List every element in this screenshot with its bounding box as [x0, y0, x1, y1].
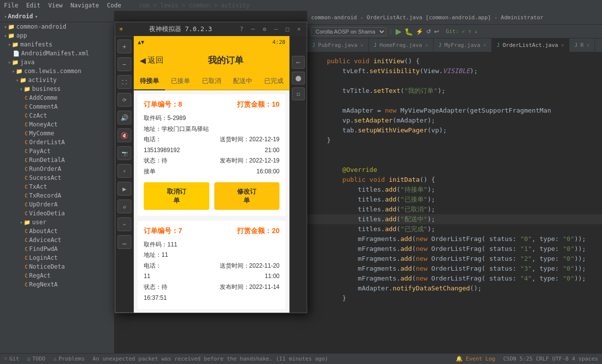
- menu-file[interactable]: File: [4, 2, 18, 9]
- device-selector[interactable]: Corolla AOSP on Shama: [311, 27, 386, 36]
- event-log[interactable]: 🔔 Event Log: [456, 356, 495, 362]
- cut-btn[interactable]: ✂: [118, 217, 131, 231]
- tree-item-manifests[interactable]: ▾📁manifests: [0, 40, 114, 49]
- back-hw-btn[interactable]: ⟵: [292, 56, 305, 69]
- build-btn[interactable]: ⚡: [416, 28, 423, 35]
- code-line-22: mFragments.add(new OrderListFrag( status…: [307, 264, 602, 274]
- tree-item-runordera[interactable]: CRunOrderA: [0, 164, 114, 173]
- tree-item-activity[interactable]: ▾📁activity: [0, 76, 114, 84]
- tree-item-regnexta[interactable]: CRegNextA: [0, 280, 114, 289]
- back-button[interactable]: ◀ 返回: [140, 55, 163, 66]
- recent-hw-btn[interactable]: ◻: [292, 87, 305, 100]
- tree-item-czact[interactable]: CCzAct: [0, 111, 114, 120]
- tree-item-aboutact[interactable]: CAboutAct: [0, 227, 114, 236]
- code-line-11: [307, 155, 602, 165]
- more-btn[interactable]: …: [118, 235, 131, 249]
- git-status[interactable]: ⑂ Git: [4, 356, 19, 362]
- dropdown-icon[interactable]: ▾: [35, 14, 38, 19]
- tab-r[interactable]: J R ×: [569, 39, 595, 52]
- order-2-header: 订单编号：7 打赏金额：20: [144, 227, 280, 236]
- zoom-out-btn[interactable]: −: [118, 57, 131, 71]
- camera-btn[interactable]: 📷: [118, 146, 131, 160]
- debug-btn[interactable]: 🐛: [404, 28, 413, 36]
- tree-item-payact[interactable]: CPayAct: [0, 147, 114, 156]
- tab-pubfrag-close[interactable]: ×: [361, 42, 363, 48]
- order-1-pickup: 取件码：5-2989: [144, 113, 280, 124]
- editor-tabs: J PubFrag.java × J HomeFrag.java × J MyF…: [307, 39, 602, 52]
- tree-item-androidmanifestxml[interactable]: 📄AndroidManifest.xml: [0, 49, 114, 58]
- zoom-in-btn[interactable]: +: [118, 40, 131, 53]
- tab-r-close[interactable]: ×: [587, 42, 590, 48]
- phone-screen: ▲▼ 4:28 ◀ 返回 我的订单 待接单 已接单: [134, 36, 289, 313]
- tab-pubfrag-icon: J: [312, 42, 315, 48]
- tab-r-label: R: [580, 42, 584, 48]
- tree-item-adviceact[interactable]: CAdviceAct: [0, 236, 114, 244]
- tab-orderlistact[interactable]: J OrderListAct.java ×: [492, 39, 570, 52]
- refresh-btn[interactable]: ↺: [118, 200, 131, 213]
- tab-homefrag-close[interactable]: ×: [425, 42, 428, 48]
- emulator-restore[interactable]: □: [284, 26, 291, 33]
- tab-delivering[interactable]: 配送中: [227, 73, 258, 89]
- tree-item-rundetiala[interactable]: CRunDetialA: [0, 156, 114, 164]
- tab-homefrag[interactable]: J HomeFrag.java ×: [369, 39, 434, 52]
- tree-item-mycomme[interactable]: CMyComme: [0, 129, 114, 138]
- tab-completed[interactable]: 已完成: [258, 73, 289, 89]
- tab-myfrag-close[interactable]: ×: [483, 42, 486, 48]
- sync-btn[interactable]: ↺: [426, 28, 431, 35]
- cancel-order-1-btn[interactable]: 取消订单: [144, 182, 209, 210]
- tree-item-findpwda[interactable]: CFindPwdA: [0, 244, 114, 253]
- code-editor[interactable]: public void initView() { tvLeft.setVisib…: [307, 52, 602, 353]
- tree-item-comlewiscommon[interactable]: ▾📁com.lewis.common: [0, 67, 114, 76]
- tree-item-videodetia[interactable]: CVideoDetia: [0, 209, 114, 218]
- volume-down-btn[interactable]: 🔇: [118, 128, 131, 142]
- emulator-settings[interactable]: ⚙: [261, 26, 268, 33]
- emulator-help[interactable]: ?: [238, 26, 245, 33]
- tree-item-commenta[interactable]: CCommentA: [0, 102, 114, 111]
- tab-myfrag-label: MyFrag.java: [444, 42, 481, 48]
- tree-item-business[interactable]: ▾📁business: [0, 84, 114, 93]
- menu-code[interactable]: Code: [107, 2, 121, 9]
- tree-item-addcomme[interactable]: CAddComme: [0, 93, 114, 102]
- rotate-btn[interactable]: ⟳: [118, 93, 131, 107]
- tree-root[interactable]: ▾ 📁 common-android: [0, 22, 114, 31]
- home-hw-btn[interactable]: ⬤: [292, 72, 305, 84]
- tab-myfrag[interactable]: J MyFrag.java ×: [434, 39, 492, 52]
- tree-item-moneyact[interactable]: CMoneyAct: [0, 120, 114, 129]
- tab-orderlistact-close[interactable]: ×: [561, 42, 564, 48]
- tree-item-java[interactable]: ▾📁java: [0, 58, 114, 67]
- tab-accepted[interactable]: 已接单: [165, 73, 196, 89]
- code-line-19: mFragments.add(new OrderListFrag( status…: [307, 234, 602, 244]
- emulator-close[interactable]: ×: [295, 26, 303, 33]
- tree-item-sucessact[interactable]: CSucessAct: [0, 173, 114, 182]
- tree-item-orderlista[interactable]: COrderListA: [0, 138, 114, 147]
- menu-view[interactable]: View: [48, 2, 63, 9]
- tab-cancelled[interactable]: 已取消: [196, 73, 227, 89]
- tree-item-loginact[interactable]: CLoginAct: [0, 253, 114, 262]
- modify-order-1-btn[interactable]: 修改订单: [214, 182, 280, 210]
- flash-btn[interactable]: ⚡: [118, 164, 131, 178]
- emulator-minimize[interactable]: —: [272, 26, 280, 33]
- tree-item-upordera[interactable]: CUpOrderA: [0, 200, 114, 209]
- run-btn[interactable]: ▶: [396, 27, 401, 36]
- tree-item-regact[interactable]: CRegAct: [0, 271, 114, 280]
- tree-item-app[interactable]: ▾📁app: [0, 31, 114, 40]
- menu-navigate[interactable]: Navigate: [71, 2, 99, 9]
- tree-item-txact[interactable]: CTxAct: [0, 182, 114, 191]
- menu-edit[interactable]: Edit: [26, 2, 40, 9]
- tree-item-user[interactable]: ▾📁user: [0, 218, 114, 227]
- tree-item-noticedeta[interactable]: CNoticeDeta: [0, 262, 114, 271]
- undo-btn[interactable]: ↩: [434, 28, 439, 35]
- tab-pubfrag[interactable]: J PubFrag.java ×: [307, 39, 369, 52]
- tree-item-txrecorda[interactable]: CTxRecordA: [0, 191, 114, 200]
- volume-up-btn[interactable]: 🔊: [118, 111, 131, 124]
- play-btn[interactable]: ▶: [118, 182, 131, 196]
- right-info: CSDN 5:25 CRLF UTF-8 4 spaces: [503, 356, 598, 362]
- order-1-action: 接单: [144, 166, 156, 177]
- emulator-more[interactable]: ⋯: [249, 26, 257, 33]
- fullscreen-btn[interactable]: ⛶: [118, 75, 131, 89]
- code-line-3: [307, 76, 602, 86]
- tab-pending[interactable]: 待接单: [134, 73, 165, 90]
- problems-btn[interactable]: ⚠ Problems: [53, 356, 85, 362]
- todo-btn[interactable]: ☑ TODO: [27, 356, 45, 362]
- status-signal: ▲▼: [138, 39, 144, 45]
